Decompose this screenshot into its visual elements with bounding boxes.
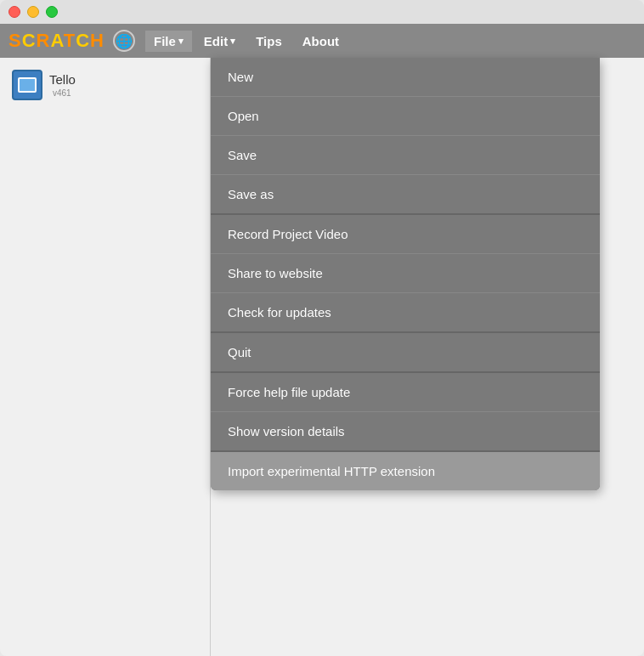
menu-about-label: About [302, 34, 339, 48]
maximize-button[interactable] [46, 6, 58, 18]
edit-arrow-icon: ▾ [230, 36, 235, 47]
sidebar: Tello v461 [0, 58, 211, 656]
app-content: Tello v461 New Open Save Save as Record … [0, 58, 644, 656]
menu-item-save[interactable]: Save [211, 136, 600, 175]
scratch-logo: SCRATCH [8, 30, 105, 52]
menu-item-show-version[interactable]: Show version details [211, 412, 600, 450]
menu-group-1: New Open Save Save as [211, 58, 600, 215]
minimize-button[interactable] [27, 6, 39, 18]
menu-item-open[interactable]: Open [211, 97, 600, 136]
menu-edit-label: Edit [204, 34, 228, 48]
file-arrow-icon: ▾ [178, 36, 184, 47]
menu-item-force-help[interactable]: Force help file update [211, 373, 600, 412]
menu-group-3: Quit [211, 333, 600, 373]
title-bar [0, 0, 644, 24]
menu-item-new[interactable]: New [211, 58, 600, 97]
menu-group-4: Force help file update Show version deta… [211, 373, 600, 452]
close-button[interactable] [8, 6, 20, 18]
menu-item-share[interactable]: Share to website [211, 254, 600, 293]
menu-file-label: File [154, 34, 176, 48]
menu-edit[interactable]: Edit ▾ [195, 31, 244, 52]
globe-icon[interactable]: 🌐 [113, 30, 135, 52]
menu-about[interactable]: About [294, 31, 347, 52]
menu-tips-label: Tips [256, 34, 282, 48]
file-dropdown-menu: New Open Save Save as Record Project Vid… [211, 58, 600, 490]
sprite-icon [12, 70, 42, 100]
sprite-inner [18, 77, 37, 93]
menu-item-check-updates[interactable]: Check for updates [211, 293, 600, 331]
menu-file[interactable]: File ▾ [145, 31, 192, 52]
menu-item-save-as[interactable]: Save as [211, 175, 600, 213]
sprite-name: Tello [49, 72, 76, 87]
menu-bar: SCRATCH 🌐 File ▾ Edit ▾ Tips About [0, 24, 644, 58]
menu-item-record-video[interactable]: Record Project Video [211, 215, 600, 254]
menu-group-2: Record Project Video Share to website Ch… [211, 215, 600, 333]
sprite-entry: Tello v461 [8, 66, 201, 104]
menu-item-import-http[interactable]: Import experimental HTTP extension [211, 452, 600, 490]
menu-group-5: Import experimental HTTP extension [211, 452, 600, 490]
file-dropdown-overlay: New Open Save Save as Record Project Vid… [211, 58, 600, 490]
version-label: v461 [53, 88, 76, 98]
menu-tips[interactable]: Tips [247, 31, 291, 52]
menu-item-quit[interactable]: Quit [211, 333, 600, 371]
